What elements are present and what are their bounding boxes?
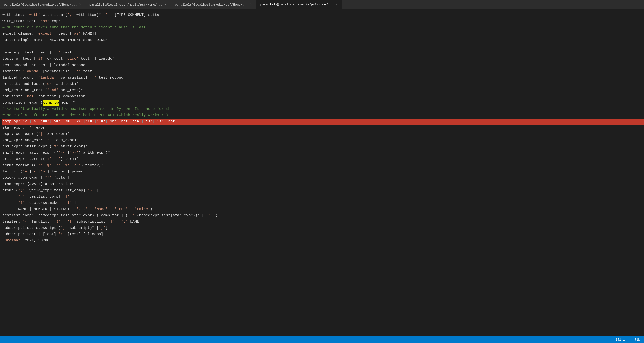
line-25: term: factor (('*'|'@'|'/'|'%'|'//') fac… xyxy=(2,162,644,168)
tab-4[interactable]: parallels@localhost:/media/psf/Home/... … xyxy=(256,0,342,10)
line-5: suite: simple_stmt | NEWLINE INDENT stmt… xyxy=(2,37,644,43)
tab-3-close[interactable]: × xyxy=(250,3,252,7)
tab-2[interactable]: parallels@localhost:/media/psf/Home/... … xyxy=(86,0,171,10)
line-9: test_nocond: or_test | lambdef_nocond xyxy=(2,62,644,68)
line-16: # <> isn't actually a valid comparison o… xyxy=(2,106,644,112)
line-20: expr: xor_expr ('|' xor_expr)* xyxy=(2,131,644,137)
line-36: subscript: test | [test] ':' [test] [sli… xyxy=(2,231,644,238)
cursor-position: 141,1 xyxy=(616,338,625,342)
tab-3-label: parallels@localhost:/media/psf/Home/... xyxy=(175,3,248,6)
line-19: star_expr: '*' expr xyxy=(2,125,644,131)
line-28: atom_expr: [AWAIT] atom trailer* xyxy=(2,181,644,188)
line-14: not_test: 'not' not_test | comparison xyxy=(2,94,644,100)
line-10: lambdef: 'lambda' [varargslist] ':' test xyxy=(2,68,644,75)
line-23: shift_expr: arith_expr (('<<'|'>>') arit… xyxy=(2,150,644,156)
line-27: power: atom_expr ['**' factor] xyxy=(2,175,644,181)
line-7: namedexpr_test: test [':=' test] xyxy=(2,50,644,56)
line-2: with_item: test ['as' expr] xyxy=(2,18,644,24)
tab-1-close[interactable]: × xyxy=(79,3,82,7)
line-37: "Grammar" 207L, 9878C xyxy=(2,238,644,244)
tab-bar: parallels@localhost:/media/psf/Home/... … xyxy=(0,0,644,10)
line-8: test: or_test ['if' or_test 'else' test]… xyxy=(2,56,644,62)
line-6 xyxy=(2,43,644,50)
tab-2-label: parallels@localhost:/media/psf/Home/... xyxy=(89,3,162,6)
line-11: lambdef_nocond: 'lambda' [varargslist] '… xyxy=(2,75,644,81)
status-bar: 141,1 71% xyxy=(0,336,644,343)
line-4: except_clause: 'except' [test ['as' NAME… xyxy=(2,31,644,37)
tab-2-close[interactable]: × xyxy=(164,3,167,7)
line-1: with_stmt: 'with' with_item (',' with_it… xyxy=(2,12,644,18)
line-31: '{' [dictorsetmaker] '}' | xyxy=(2,200,644,206)
line-34: trailer: '(' [arglist] ')' | '[' subscri… xyxy=(2,219,644,225)
line-29: atom: ('(' [yield_expr|testlist_comp] ')… xyxy=(2,188,644,194)
tab-1[interactable]: parallels@localhost:/media/psf/Home/... … xyxy=(0,0,86,10)
line-32: NAME | NUMBER | STRING+ | '...' | 'None'… xyxy=(2,206,644,212)
line-12: or_test: and_test ('or' and_test)* xyxy=(2,81,644,87)
line-18: comp_op: '<'|'>'|'=='|'>='|'<='|'<>'|'!=… xyxy=(2,118,644,125)
tab-3[interactable]: parallels@localhost:/media/psf/Home/... … xyxy=(171,0,256,10)
tab-4-label: parallels@localhost:/media/psf/Home/... xyxy=(260,3,334,6)
line-3: # NB compile.c makes sure that the defau… xyxy=(2,24,644,31)
tab-1-label: parallels@localhost:/media/psf/Home/... xyxy=(4,3,77,6)
zoom-level: 71% xyxy=(634,338,640,342)
line-15: comparison: expr (comp_op expr)* xyxy=(2,100,644,106)
line-24: arith_expr: term (('+'|'-') term)* xyxy=(2,156,644,162)
line-26: factor: ('+'|'-'|'~') factor | power xyxy=(2,168,644,175)
line-22: and_expr: shift_expr ('&' shift_expr)* xyxy=(2,144,644,150)
line-17: # sake of a future import described in P… xyxy=(2,112,644,118)
line-21: xor_expr: and_expr ('^' and_expr)* xyxy=(2,137,644,144)
line-35: subscriptlist: subscript (',' subscript)… xyxy=(2,225,644,231)
line-33: testlist_comp: (namedexpr_test|star_expr… xyxy=(2,212,644,219)
line-30: '[' [testlist_comp] ']' | xyxy=(2,194,644,200)
line-13: and_test: not_test ('and' not_test)* xyxy=(2,87,644,94)
editor-area: with_stmt: 'with' with_item (',' with_it… xyxy=(0,10,644,336)
tab-4-close[interactable]: × xyxy=(336,3,338,6)
